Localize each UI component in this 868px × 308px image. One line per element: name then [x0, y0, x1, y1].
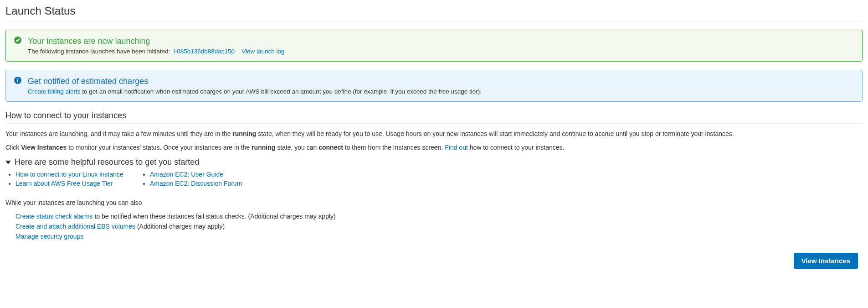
resource-link[interactable]: Amazon EC2: User Guide — [150, 171, 223, 178]
find-out-link[interactable]: Find out — [445, 144, 468, 151]
view-instances-button[interactable]: View Instances — [794, 253, 858, 269]
resource-link[interactable]: Amazon EC2: Discussion Forum — [150, 180, 242, 187]
how-to-connect-para2: Click View Instances to monitor your ins… — [5, 144, 863, 151]
launch-success-alert: Your instances are now launching The fol… — [5, 30, 863, 62]
alert-title: Get notified of estimated charges — [28, 77, 854, 86]
svg-rect-3 — [17, 78, 18, 79]
alert-title: Your instances are now launching — [28, 37, 854, 46]
how-to-connect-heading: How to connect to your instances — [5, 111, 863, 124]
alert-text: to get an email notification when estima… — [82, 88, 482, 95]
resources-collapse-toggle[interactable]: Here are some helpful resources to get y… — [5, 157, 863, 167]
manage-security-groups-link[interactable]: Manage security groups — [15, 233, 83, 240]
info-circle-icon — [14, 77, 28, 85]
view-launch-log-link[interactable]: View launch log — [241, 48, 284, 55]
check-circle-icon — [14, 37, 28, 45]
create-billing-alerts-link[interactable]: Create billing alerts — [28, 88, 81, 95]
resources-heading: Here are some helpful resources to get y… — [15, 157, 199, 167]
alert-pretext: The following instance launches have bee… — [28, 48, 170, 55]
resource-link[interactable]: How to connect to your Linux instance — [15, 171, 123, 178]
how-to-connect-para1: Your instances are launching, and it may… — [5, 130, 863, 137]
billing-info-alert: Get notified of estimated charges Create… — [5, 70, 863, 102]
svg-rect-2 — [17, 80, 18, 82]
create-ebs-volumes-link[interactable]: Create and attach additional EBS volumes — [15, 223, 135, 230]
caret-down-icon — [5, 161, 11, 164]
page-title: Launch Status — [5, 5, 863, 21]
instance-id-link[interactable]: i-085b136db88dac150 — [174, 48, 235, 55]
also-intro: While your instances are launching you c… — [5, 199, 863, 206]
create-status-alarms-link[interactable]: Create status check alarms — [15, 213, 93, 220]
resource-link[interactable]: Learn about AWS Free Usage Tier — [15, 180, 113, 187]
